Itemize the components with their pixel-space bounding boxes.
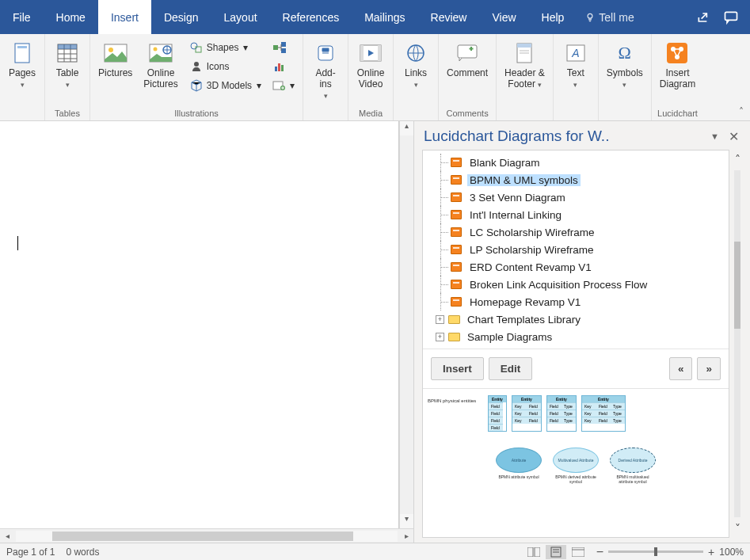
panel-scroll-down[interactable]: ˅ — [735, 522, 740, 535]
folder-icon — [448, 315, 460, 324]
online-video-button[interactable]: Online Video — [353, 37, 388, 91]
tree-item-lc-wireframe[interactable]: LC Scholarship Wireframe — [426, 223, 725, 241]
textbox-icon: A — [566, 44, 585, 62]
header-footer-button[interactable]: Header & Footer ▾ — [501, 37, 548, 92]
online-pictures-button[interactable]: Online Pictures — [140, 37, 181, 91]
picture-icon — [104, 44, 128, 63]
ribbon-group-lucidchart: Insert Diagram Lucidchart — [652, 34, 703, 120]
shapes-button[interactable]: Shapes▾ — [186, 39, 265, 56]
panel-close-button[interactable]: ✕ — [725, 129, 742, 144]
next-page-button[interactable]: » — [697, 357, 721, 380]
word-count[interactable]: 0 words — [66, 547, 99, 558]
tree-folder-chart-templates[interactable]: +Chart Templates Library — [426, 310, 725, 328]
lucidchart-panel: Lucidchart Diagrams for W.. ▼ ✕ Blank Di… — [413, 121, 750, 543]
scroll-up-button[interactable]: ▴ — [400, 121, 413, 135]
symbols-button[interactable]: Ω Symbols▾ — [603, 37, 646, 92]
svg-point-16 — [191, 43, 197, 49]
panel-menu-button[interactable]: ▼ — [704, 131, 725, 141]
panel-scroll-thumb[interactable] — [734, 242, 740, 329]
ribbon-group-text: A Text▾ — [554, 34, 599, 120]
addins-button[interactable]: Add- ins▾ — [308, 37, 343, 103]
document-icon — [451, 245, 462, 254]
tab-view[interactable]: View — [479, 0, 528, 34]
comment-button[interactable]: Comment — [444, 37, 491, 80]
document-page[interactable] — [0, 121, 399, 528]
horizontal-scrollbar[interactable]: ◂ ▸ — [0, 528, 413, 543]
expand-icon[interactable]: + — [436, 315, 444, 324]
scroll-down-button[interactable]: ▾ — [400, 514, 413, 528]
tree-item-venn[interactable]: 3 Set Venn Diagram — [426, 189, 725, 206]
tree-item-broken-link[interactable]: Broken Link Acquisition Process Flow — [426, 276, 725, 293]
panel-controls: Insert Edit « » — [423, 349, 729, 388]
zoom-level[interactable]: 100% — [719, 547, 744, 558]
tree-item-erd-revamp[interactable]: ERD Content Revamp V1 — [426, 258, 725, 276]
links-button[interactable]: Links▾ — [398, 37, 433, 92]
screenshot-button[interactable]: ▾ — [269, 77, 298, 94]
expand-icon[interactable]: + — [436, 333, 444, 341]
smartart-button[interactable] — [269, 39, 298, 56]
tab-insert[interactable]: Insert — [98, 0, 151, 34]
zoom-in-button[interactable]: + — [708, 546, 714, 558]
comments-icon[interactable] — [723, 10, 739, 25]
tab-mailings[interactable]: Mailings — [352, 0, 417, 34]
pictures-button[interactable]: Pictures — [95, 37, 135, 80]
preview-ellipse: Multivalued Attribute — [553, 448, 599, 473]
printlayout-icon — [550, 547, 562, 558]
page-indicator[interactable]: Page 1 of 1 — [6, 547, 55, 558]
insert-button[interactable]: Insert — [431, 357, 484, 380]
vertical-scrollbar[interactable]: ▴ ▾ — [399, 121, 413, 528]
tree-item-blank-diagram[interactable]: Blank Diagram — [426, 154, 725, 171]
table-button[interactable]: Table▾ — [50, 37, 85, 92]
hscroll-thumb[interactable] — [52, 531, 353, 541]
document-icon — [451, 158, 462, 167]
read-mode-button[interactable] — [523, 545, 544, 559]
prev-page-button[interactable]: « — [669, 357, 693, 380]
icons-button[interactable]: Icons — [186, 58, 265, 75]
ribbon-group-illustrations: Pictures Online Pictures Shapes▾ Icons 3… — [90, 34, 303, 120]
svg-rect-30 — [378, 45, 381, 61]
collapse-ribbon-button[interactable]: ˄ — [739, 106, 744, 117]
tab-help[interactable]: Help — [529, 0, 577, 34]
tab-references[interactable]: References — [270, 0, 352, 34]
preview-caption: BPMN derived attribute symbol — [553, 474, 599, 484]
text-button[interactable]: A Text▾ — [558, 37, 593, 92]
ribbon-group-addins: Add- ins▾ — [303, 34, 348, 120]
tree-folder-sample-diagrams[interactable]: +Sample Diagrams — [426, 328, 725, 345]
tree-item-lp-wireframe[interactable]: LP Scholarship Wireframe — [426, 241, 725, 258]
scroll-right-button[interactable]: ▸ — [399, 531, 413, 540]
panel-scroll-up[interactable]: ˄ — [735, 153, 740, 166]
web-layout-button[interactable] — [568, 545, 588, 559]
tab-review[interactable]: Review — [418, 0, 480, 34]
pages-button[interactable]: Pages▾ — [5, 37, 40, 92]
scroll-left-button[interactable]: ◂ — [0, 531, 14, 540]
tab-file[interactable]: File — [0, 0, 44, 34]
chart-button[interactable] — [269, 58, 298, 75]
weblayout-icon — [572, 547, 584, 557]
tree-item-bpmn-uml[interactable]: BPMN & UML symbols — [426, 171, 725, 189]
document-icon — [451, 280, 462, 289]
share-icon[interactable] — [696, 10, 712, 25]
3d-models-button[interactable]: 3D Models▾ — [186, 77, 265, 94]
svg-rect-23 — [278, 63, 280, 71]
preview-ellipse: Derived Attribute — [610, 448, 656, 473]
tell-me-search[interactable]: Tell me — [577, 0, 641, 34]
tree-item-intl-linking[interactable]: Int'l Internal Linking — [426, 206, 725, 223]
zoom-slider-thumb[interactable] — [654, 547, 657, 556]
ribbon-group-media: Online Video Media — [348, 34, 394, 120]
preview-ellipse: Attribute — [496, 448, 542, 473]
diagram-preview: BPMN physical entities EntityFieldFieldF… — [423, 388, 729, 537]
zoom-out-button[interactable]: − — [596, 545, 603, 559]
tab-design[interactable]: Design — [151, 0, 211, 34]
lucidchart-icon — [666, 42, 688, 64]
insert-diagram-button[interactable]: Insert Diagram — [657, 37, 699, 91]
tab-home[interactable]: Home — [44, 0, 98, 34]
tab-layout[interactable]: Layout — [211, 0, 270, 34]
svg-rect-22 — [275, 67, 277, 71]
zoom-slider[interactable] — [608, 550, 703, 553]
smartart-icon — [272, 41, 287, 54]
omega-icon: Ω — [619, 43, 631, 63]
tree-item-homepage[interactable]: Homepage Revamp V1 — [426, 293, 725, 310]
print-layout-button[interactable] — [546, 545, 566, 559]
panel-scrollbar[interactable]: ˄ ˅ — [729, 150, 745, 538]
edit-button[interactable]: Edit — [489, 357, 533, 380]
